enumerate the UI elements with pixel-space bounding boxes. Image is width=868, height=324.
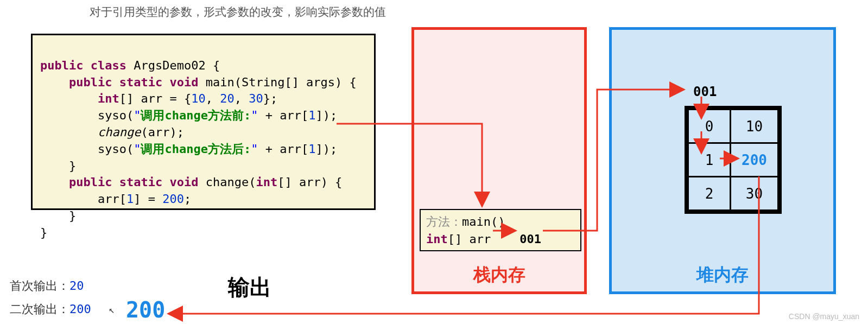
watermark: CSDN @mayu_xuan — [789, 312, 859, 321]
stack-memory-box: 方法：main() int[] arr 001 栈内存 — [411, 27, 587, 294]
second-output: 二次输出：200 — [10, 301, 91, 317]
cursor-icon: ↖ — [109, 304, 115, 315]
stack-frame-main: 方法：main() int[] arr 001 — [420, 209, 581, 251]
diagram-title: 对于引用类型的参数，形式参数的改变，影响实际参数的值 — [90, 4, 386, 20]
heap-label: 堆内存 — [612, 263, 833, 287]
array-row: 2 30 — [688, 177, 778, 211]
first-output: 首次输出：20 — [10, 278, 84, 294]
stack-label: 栈内存 — [414, 263, 584, 287]
array-val-1: 200 — [731, 143, 778, 177]
array-val-0: 10 — [731, 110, 778, 143]
array-index-0: 0 — [688, 110, 731, 143]
stack-addr: 001 — [519, 232, 541, 246]
array-grid: 0 10 1 200 2 30 — [685, 106, 782, 214]
output-label: 输出 — [228, 272, 271, 302]
array-row: 1 200 — [688, 143, 778, 177]
heap-memory-box: 001 0 10 1 200 2 30 堆内存 — [609, 27, 836, 294]
array-index-2: 2 — [688, 177, 731, 211]
code-content: public class ArgsDemo02 { public static … — [40, 58, 366, 242]
code-block: public class ArgsDemo02 { public static … — [31, 34, 376, 210]
array-index-1: 1 — [688, 143, 731, 177]
array-row: 0 10 — [688, 110, 778, 143]
array-val-2: 30 — [731, 177, 778, 211]
heap-addr: 001 — [693, 84, 717, 99]
big-output-value: 200 — [126, 297, 165, 322]
